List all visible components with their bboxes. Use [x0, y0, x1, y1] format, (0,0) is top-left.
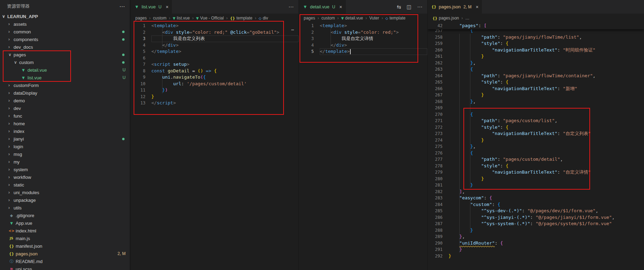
- code-line-3[interactable]: 3 我是自定义详情: [299, 35, 427, 42]
- tree-item-dataDisplay[interactable]: ›dataDisplay: [0, 89, 130, 97]
- tree-item-my[interactable]: ›my: [0, 158, 130, 166]
- close-icon[interactable]: ×: [476, 4, 478, 10]
- code-line-1[interactable]: 1<template>: [299, 23, 427, 29]
- code-line-289[interactable]: 289 },: [428, 233, 644, 240]
- code-line-1[interactable]: 1<template>: [130, 23, 299, 29]
- code-line-11[interactable]: 11 }): [130, 87, 299, 94]
- code-line-267[interactable]: 267 }: [428, 92, 644, 98]
- code-line-277[interactable]: 277 "path": "pages/custom/detail",: [428, 156, 644, 163]
- tree-item-list.vue[interactable]: ▼list.vueU: [0, 74, 130, 81]
- code-line-3[interactable]: 3 我是自定义列表: [130, 35, 299, 42]
- tree-item-pages[interactable]: ∨pages: [0, 51, 130, 58]
- code-line-13[interactable]: 13</script>: [130, 100, 299, 106]
- tree-item-index.html[interactable]: <>index.html: [0, 227, 130, 235]
- tree-item-dev-docs[interactable]: ›dev_docs: [0, 43, 130, 51]
- tree-item-func[interactable]: ›func: [0, 112, 130, 120]
- code-line-5[interactable]: 5</template>: [130, 48, 299, 55]
- code-line-263[interactable]: 263 {: [428, 66, 644, 73]
- code-line-9[interactable]: 9 uni.navigateTo({: [130, 74, 299, 81]
- breadcrumb-item[interactable]: {}template: [230, 16, 252, 21]
- code-line-265[interactable]: 265 "style": {: [428, 79, 644, 86]
- tree-item-pages.json[interactable]: {}pages.json2, M: [0, 250, 130, 257]
- code-line-275[interactable]: 275 },: [428, 143, 644, 150]
- code-line-260[interactable]: 260 "navigationBarTitleText": "时间组件验证": [428, 47, 644, 54]
- code-line-270[interactable]: 270 {: [428, 111, 644, 118]
- tree-root-learun-app[interactable]: ∨ LEARUN_APP: [0, 13, 130, 20]
- code-editor-pages-json[interactable]: 257 {258 "path": "pages/jianyi/flowTime/…: [428, 23, 644, 270]
- code-line-8[interactable]: 8const goDetail = () => {: [130, 68, 299, 74]
- tree-item-custom[interactable]: ∨custom: [0, 58, 130, 66]
- code-line-266[interactable]: 266 "navigationBarTitleText": "新增": [428, 86, 644, 92]
- code-line-290[interactable]: 290 "uniIdRouter": {: [428, 240, 644, 247]
- tree-item-components[interactable]: ›components: [0, 35, 130, 43]
- tree-item-login[interactable]: ›login: [0, 143, 130, 150]
- breadcrumb-item[interactable]: pages: [135, 16, 147, 21]
- tree-item-utils[interactable]: ›utils: [0, 204, 130, 212]
- breadcrumb-item[interactable]: pages: [304, 16, 315, 21]
- tree-item-assets[interactable]: ›assets: [0, 20, 130, 28]
- code-line-273[interactable]: 273 "navigationBarTitleText": "自定义列表": [428, 130, 644, 137]
- tree-item-common[interactable]: ›common: [0, 28, 130, 35]
- tab-list-vue[interactable]: ▼ list.vue U ×: [130, 0, 172, 14]
- code-line-5[interactable]: 5</template>: [299, 48, 427, 55]
- code-line-268[interactable]: 268 },: [428, 98, 644, 105]
- more-actions-icon[interactable]: ⋯: [119, 3, 125, 10]
- breadcrumb-item[interactable]: {}pages.json: [432, 16, 459, 21]
- tree-item-unpackage[interactable]: ›unpackage: [0, 196, 130, 204]
- code-line-264[interactable]: 264 "path": "pages/jianyi/flowTime/conta…: [428, 73, 644, 79]
- tree-item-msg[interactable]: ›msg: [0, 150, 130, 158]
- code-line-279[interactable]: 279 "navigationBarTitleText": "自定义详情": [428, 169, 644, 176]
- split-editor-icon[interactable]: ◫: [407, 4, 412, 10]
- code-line-272[interactable]: 272 "style": {: [428, 124, 644, 131]
- code-line-42[interactable]: 42 "pages": [: [428, 23, 644, 29]
- tree-item-customForm[interactable]: ›customForm: [0, 81, 130, 89]
- code-line-287[interactable]: 287 "^sys-system-(.*)": "@/pages/system/…: [428, 221, 644, 227]
- tree-item-jianyi[interactable]: ›jianyi: [0, 135, 130, 143]
- tree-item-workflow[interactable]: ›workflow: [0, 173, 130, 181]
- tree-item-static[interactable]: ›static: [0, 181, 130, 189]
- code-line-292[interactable]: 292}: [428, 253, 644, 260]
- code-line-286[interactable]: 286 "^sys-jianyi-(.*)": "@/pages/jianyi/…: [428, 214, 644, 221]
- breadcrumb-item[interactable]: custom: [321, 16, 335, 21]
- code-line-284[interactable]: 284 "custom": {: [428, 201, 644, 208]
- code-line-261[interactable]: 261 }: [428, 53, 644, 60]
- code-line-258[interactable]: 258 "path": "pages/jianyi/flowTime/list"…: [428, 34, 644, 41]
- code-line-10[interactable]: 10 url: '/pages/custom/detail': [130, 81, 299, 87]
- tree-item-uni-modules[interactable]: ›uni_modules: [0, 189, 130, 196]
- close-icon[interactable]: ×: [339, 4, 342, 10]
- code-line-291[interactable]: 291 }: [428, 246, 644, 253]
- tree-item-system[interactable]: ›system: [0, 166, 130, 173]
- code-line-288[interactable]: 288 }: [428, 227, 644, 234]
- breadcrumb-item[interactable]: ▼Vue - Official: [196, 16, 224, 21]
- code-line-4[interactable]: 4 </div>: [299, 42, 427, 49]
- code-line-280[interactable]: 280 }: [428, 176, 644, 182]
- tree-item-.gitignore[interactable]: ◆.gitignore: [0, 212, 130, 219]
- breadcrumb-item[interactable]: ◇div: [259, 16, 268, 21]
- close-icon[interactable]: ×: [166, 4, 168, 10]
- tab-detail-vue[interactable]: ▼ detail.vue U ×: [299, 0, 346, 14]
- tree-item-index[interactable]: ›index: [0, 127, 130, 135]
- code-line-6[interactable]: 6: [130, 55, 299, 62]
- code-line-283[interactable]: 283 "easycom": {: [428, 195, 644, 201]
- tree-item-demo[interactable]: ›demo: [0, 97, 130, 104]
- tree-item-dev[interactable]: ›dev: [0, 104, 130, 112]
- tree-item-main.js[interactable]: JSmain.js: [0, 235, 130, 242]
- code-line-271[interactable]: 271 "path": "pages/custom/list",: [428, 118, 644, 124]
- code-line-259[interactable]: 259 "style": {: [428, 40, 644, 47]
- tab-pages-json[interactable]: {} pages.json 2, M ×: [428, 0, 482, 14]
- code-editor-list-vue[interactable]: 1<template>2 <div style="color: red;" @c…: [130, 23, 299, 270]
- more-actions-icon[interactable]: ⋯: [417, 4, 422, 10]
- code-line-262[interactable]: 262 },: [428, 60, 644, 66]
- tree-item-manifest.json[interactable]: {}manifest.json: [0, 242, 130, 250]
- code-line-12[interactable]: 12}: [130, 94, 299, 100]
- code-line-278[interactable]: 278 "style": {: [428, 163, 644, 169]
- code-line-276[interactable]: 276 {: [428, 150, 644, 157]
- tree-item-uni.scss[interactable]: ≋uni.scss: [0, 265, 130, 270]
- code-line-274[interactable]: 274 }: [428, 137, 644, 144]
- breadcrumb-item[interactable]: ▼detail.vue: [341, 16, 363, 21]
- tree-item-README.md[interactable]: ⓘREADME.md: [0, 257, 130, 265]
- code-line-2[interactable]: 2 <div style="color: red;">: [299, 29, 427, 36]
- code-line-282[interactable]: 282 ],: [428, 189, 644, 195]
- code-line-285[interactable]: 285 "^sys-dev-(.*)": "@/pages/dev/$1/for…: [428, 208, 644, 214]
- breadcrumb-item[interactable]: …: [465, 16, 469, 21]
